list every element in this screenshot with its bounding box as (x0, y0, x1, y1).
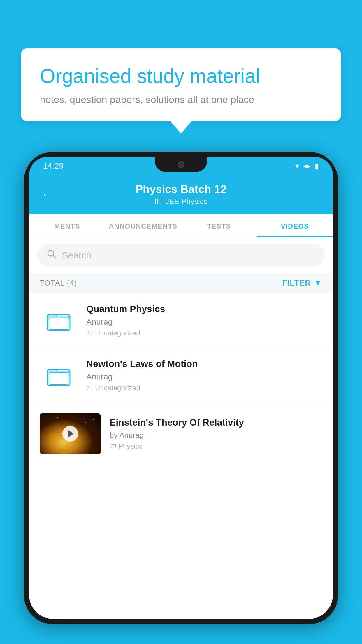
play-triangle-icon (68, 430, 74, 438)
list-item[interactable]: Newton's Laws of Motion Anurag 🏷 Uncateg… (29, 348, 333, 403)
bubble-subtitle: notes, question papers, solutions all at… (40, 94, 322, 105)
video-list: Quantum Physics Anurag 🏷 Uncategorized (29, 293, 333, 460)
svg-rect-3 (49, 318, 68, 330)
total-count: TOTAL (4) (40, 279, 77, 288)
phone-notch (155, 157, 207, 172)
tab-announcements[interactable]: ANNOUNCEMENTS (105, 214, 181, 237)
filter-row: TOTAL (4) FILTER ▼ (29, 273, 333, 293)
filter-label: FILTER (282, 279, 311, 288)
header-title-block: Physics Batch 12 IIT JEE Physics (62, 183, 300, 206)
video-tag: 🏷 Uncategorized (86, 329, 322, 337)
video-tag: 🏷 Physics (110, 442, 322, 450)
app-screen: ← Physics Batch 12 IIT JEE Physics MENTS… (29, 175, 333, 619)
list-item[interactable]: Einstein's Theory Of Relativity by Anura… (29, 403, 333, 460)
svg-line-1 (53, 256, 56, 258)
header-subtitle: IIT JEE Physics (62, 197, 300, 206)
wifi-icon: ▾ (295, 162, 299, 171)
video-title: Einstein's Theory Of Relativity (110, 417, 322, 428)
video-author: Anurag (86, 317, 322, 327)
svg-rect-5 (49, 373, 68, 384)
tab-ments[interactable]: MENTS (29, 214, 105, 237)
tag-icon: 🏷 (86, 329, 93, 337)
search-bar-wrap: Search (29, 237, 333, 273)
phone-container: 14:29 ▾ ◂▸ ▮ ← Physics Batch 12 IIT JEE … (24, 152, 338, 644)
tabs-bar: MENTS ANNOUNCEMENTS TESTS VIDEOS (29, 214, 333, 237)
header-title: Physics Batch 12 (62, 183, 300, 196)
search-placeholder: Search (62, 250, 91, 261)
camera-icon (178, 161, 184, 168)
signal-icon: ◂▸ (303, 162, 311, 171)
tab-videos[interactable]: VIDEOS (257, 214, 333, 237)
video-author: Anurag (86, 372, 322, 382)
video-info: Quantum Physics Anurag 🏷 Uncategorized (86, 304, 322, 337)
app-header: ← Physics Batch 12 IIT JEE Physics (29, 175, 333, 214)
play-button[interactable] (62, 426, 78, 442)
search-bar[interactable]: Search (37, 244, 325, 267)
back-button[interactable]: ← (41, 188, 54, 201)
status-time: 14:29 (43, 161, 64, 171)
video-tag: 🏷 Uncategorized (86, 384, 322, 392)
filter-funnel-icon: ▼ (314, 278, 322, 288)
bubble-title: Organised study material (40, 64, 322, 88)
tag-icon: 🏷 (86, 384, 93, 392)
list-item[interactable]: Quantum Physics Anurag 🏷 Uncategorized (29, 293, 333, 348)
filter-button[interactable]: FILTER ▼ (282, 278, 322, 288)
folder-icon-wrap (40, 359, 78, 391)
video-author: by Anurag (110, 431, 322, 440)
video-thumbnail (40, 413, 101, 454)
tag-icon: 🏷 (110, 442, 116, 450)
video-info: Newton's Laws of Motion Anurag 🏷 Uncateg… (86, 358, 322, 392)
video-info: Einstein's Theory Of Relativity by Anura… (110, 417, 322, 450)
speech-bubble: Organised study material notes, question… (21, 48, 341, 121)
battery-icon: ▮ (315, 162, 319, 171)
phone-frame: 14:29 ▾ ◂▸ ▮ ← Physics Batch 12 IIT JEE … (24, 152, 338, 624)
folder-icon-wrap (40, 304, 78, 337)
video-title: Newton's Laws of Motion (86, 358, 322, 369)
video-title: Quantum Physics (86, 304, 322, 314)
tab-tests[interactable]: TESTS (181, 214, 257, 237)
status-icons: ▾ ◂▸ ▮ (295, 162, 319, 171)
search-icon (47, 249, 57, 261)
